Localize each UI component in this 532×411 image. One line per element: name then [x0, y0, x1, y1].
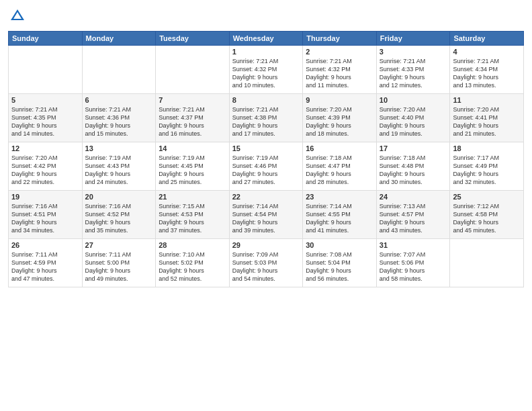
day-number: 16 [306, 144, 373, 152]
day-cell: 4Sunrise: 7:21 AM Sunset: 4:34 PM Daylig… [450, 46, 524, 94]
day-cell: 18Sunrise: 7:17 AM Sunset: 4:49 PM Dayli… [450, 142, 524, 191]
calendar-table: SundayMondayTuesdayWednesdayThursdayFrid… [8, 31, 524, 287]
week-row-1: 1Sunrise: 7:21 AM Sunset: 4:32 PM Daylig… [9, 46, 524, 94]
day-cell: 11Sunrise: 7:20 AM Sunset: 4:41 PM Dayli… [450, 94, 524, 142]
day-info: Sunrise: 7:21 AM Sunset: 4:32 PM Dayligh… [232, 57, 300, 90]
day-number: 21 [159, 193, 226, 201]
day-cell [156, 46, 230, 94]
week-row-3: 12Sunrise: 7:20 AM Sunset: 4:42 PM Dayli… [9, 142, 524, 191]
day-cell: 8Sunrise: 7:21 AM Sunset: 4:38 PM Daylig… [229, 94, 303, 142]
day-number: 18 [453, 144, 521, 152]
day-cell: 17Sunrise: 7:18 AM Sunset: 4:48 PM Dayli… [376, 142, 450, 191]
day-number: 29 [232, 241, 300, 249]
day-cell: 31Sunrise: 7:07 AM Sunset: 5:06 PM Dayli… [376, 239, 450, 287]
day-info: Sunrise: 7:20 AM Sunset: 4:41 PM Dayligh… [453, 105, 521, 138]
day-cell: 15Sunrise: 7:19 AM Sunset: 4:46 PM Dayli… [229, 142, 303, 191]
week-row-5: 26Sunrise: 7:11 AM Sunset: 4:59 PM Dayli… [9, 239, 524, 287]
day-cell: 10Sunrise: 7:20 AM Sunset: 4:40 PM Dayli… [376, 94, 450, 142]
day-info: Sunrise: 7:09 AM Sunset: 5:03 PM Dayligh… [232, 250, 300, 283]
day-cell: 6Sunrise: 7:21 AM Sunset: 4:36 PM Daylig… [82, 94, 156, 142]
day-cell: 28Sunrise: 7:10 AM Sunset: 5:02 PM Dayli… [156, 239, 230, 287]
day-info: Sunrise: 7:14 AM Sunset: 4:55 PM Dayligh… [306, 202, 373, 235]
day-info: Sunrise: 7:13 AM Sunset: 4:57 PM Dayligh… [380, 202, 447, 235]
day-info: Sunrise: 7:10 AM Sunset: 5:02 PM Dayligh… [159, 250, 226, 283]
week-row-4: 19Sunrise: 7:16 AM Sunset: 4:51 PM Dayli… [9, 191, 524, 239]
day-info: Sunrise: 7:19 AM Sunset: 4:46 PM Dayligh… [232, 154, 300, 187]
day-info: Sunrise: 7:11 AM Sunset: 4:59 PM Dayligh… [11, 250, 79, 283]
day-number: 6 [85, 96, 153, 104]
day-cell: 25Sunrise: 7:12 AM Sunset: 4:58 PM Dayli… [450, 191, 524, 239]
day-number: 31 [380, 241, 447, 249]
day-cell [450, 239, 524, 287]
day-cell: 29Sunrise: 7:09 AM Sunset: 5:03 PM Dayli… [229, 239, 303, 287]
day-number: 27 [85, 241, 153, 249]
day-number: 8 [232, 96, 300, 104]
day-number: 28 [159, 241, 226, 249]
day-cell: 23Sunrise: 7:14 AM Sunset: 4:55 PM Dayli… [303, 191, 377, 239]
day-info: Sunrise: 7:19 AM Sunset: 4:43 PM Dayligh… [85, 154, 153, 187]
weekday-header-monday: Monday [82, 32, 156, 46]
day-cell [9, 46, 83, 94]
day-number: 7 [159, 96, 226, 104]
day-cell: 9Sunrise: 7:20 AM Sunset: 4:39 PM Daylig… [303, 94, 377, 142]
day-info: Sunrise: 7:21 AM Sunset: 4:32 PM Dayligh… [306, 57, 373, 90]
day-number: 20 [85, 193, 153, 201]
day-info: Sunrise: 7:18 AM Sunset: 4:48 PM Dayligh… [380, 154, 447, 187]
day-number: 13 [85, 144, 153, 152]
weekday-header-tuesday: Tuesday [156, 32, 230, 46]
day-cell: 26Sunrise: 7:11 AM Sunset: 4:59 PM Dayli… [9, 239, 83, 287]
day-info: Sunrise: 7:15 AM Sunset: 4:53 PM Dayligh… [159, 202, 226, 235]
day-cell: 24Sunrise: 7:13 AM Sunset: 4:57 PM Dayli… [376, 191, 450, 239]
day-cell: 20Sunrise: 7:16 AM Sunset: 4:52 PM Dayli… [82, 191, 156, 239]
week-row-2: 5Sunrise: 7:21 AM Sunset: 4:35 PM Daylig… [9, 94, 524, 142]
logo [8, 7, 30, 26]
day-info: Sunrise: 7:20 AM Sunset: 4:39 PM Dayligh… [306, 105, 373, 138]
weekday-header-wednesday: Wednesday [229, 32, 303, 46]
page: SundayMondayTuesdayWednesdayThursdayFrid… [0, 0, 532, 411]
day-number: 9 [306, 96, 373, 104]
day-number: 4 [453, 48, 521, 56]
day-number: 2 [306, 48, 373, 56]
day-cell: 13Sunrise: 7:19 AM Sunset: 4:43 PM Dayli… [82, 142, 156, 191]
day-number: 26 [11, 241, 79, 249]
day-number: 1 [232, 48, 300, 56]
day-cell: 19Sunrise: 7:16 AM Sunset: 4:51 PM Dayli… [9, 191, 83, 239]
day-info: Sunrise: 7:19 AM Sunset: 4:45 PM Dayligh… [159, 154, 226, 187]
logo-icon [8, 7, 27, 26]
day-number: 14 [159, 144, 226, 152]
header [8, 7, 524, 26]
day-number: 3 [380, 48, 447, 56]
day-cell: 2Sunrise: 7:21 AM Sunset: 4:32 PM Daylig… [303, 46, 377, 94]
weekday-header-thursday: Thursday [303, 32, 377, 46]
day-number: 11 [453, 96, 521, 104]
day-cell: 12Sunrise: 7:20 AM Sunset: 4:42 PM Dayli… [9, 142, 83, 191]
day-cell: 14Sunrise: 7:19 AM Sunset: 4:45 PM Dayli… [156, 142, 230, 191]
day-cell: 21Sunrise: 7:15 AM Sunset: 4:53 PM Dayli… [156, 191, 230, 239]
day-number: 15 [232, 144, 300, 152]
weekday-header-saturday: Saturday [450, 32, 524, 46]
day-info: Sunrise: 7:21 AM Sunset: 4:36 PM Dayligh… [85, 105, 153, 138]
day-cell: 1Sunrise: 7:21 AM Sunset: 4:32 PM Daylig… [229, 46, 303, 94]
day-info: Sunrise: 7:16 AM Sunset: 4:51 PM Dayligh… [11, 202, 79, 235]
day-cell: 30Sunrise: 7:08 AM Sunset: 5:04 PM Dayli… [303, 239, 377, 287]
day-info: Sunrise: 7:18 AM Sunset: 4:47 PM Dayligh… [306, 154, 373, 187]
day-number: 5 [11, 96, 79, 104]
day-number: 30 [306, 241, 373, 249]
day-info: Sunrise: 7:14 AM Sunset: 4:54 PM Dayligh… [232, 202, 300, 235]
day-info: Sunrise: 7:21 AM Sunset: 4:34 PM Dayligh… [453, 57, 521, 90]
day-cell: 22Sunrise: 7:14 AM Sunset: 4:54 PM Dayli… [229, 191, 303, 239]
day-number: 25 [453, 193, 521, 201]
day-info: Sunrise: 7:21 AM Sunset: 4:38 PM Dayligh… [232, 105, 300, 138]
day-number: 23 [306, 193, 373, 201]
weekday-header-friday: Friday [376, 32, 450, 46]
day-cell [82, 46, 156, 94]
day-info: Sunrise: 7:21 AM Sunset: 4:35 PM Dayligh… [11, 105, 79, 138]
day-info: Sunrise: 7:07 AM Sunset: 5:06 PM Dayligh… [380, 250, 447, 283]
day-number: 12 [11, 144, 79, 152]
day-info: Sunrise: 7:20 AM Sunset: 4:40 PM Dayligh… [380, 105, 447, 138]
day-number: 10 [380, 96, 447, 104]
day-info: Sunrise: 7:21 AM Sunset: 4:33 PM Dayligh… [380, 57, 447, 90]
day-info: Sunrise: 7:16 AM Sunset: 4:52 PM Dayligh… [85, 202, 153, 235]
weekday-header-sunday: Sunday [9, 32, 83, 46]
day-info: Sunrise: 7:11 AM Sunset: 5:00 PM Dayligh… [85, 250, 153, 283]
